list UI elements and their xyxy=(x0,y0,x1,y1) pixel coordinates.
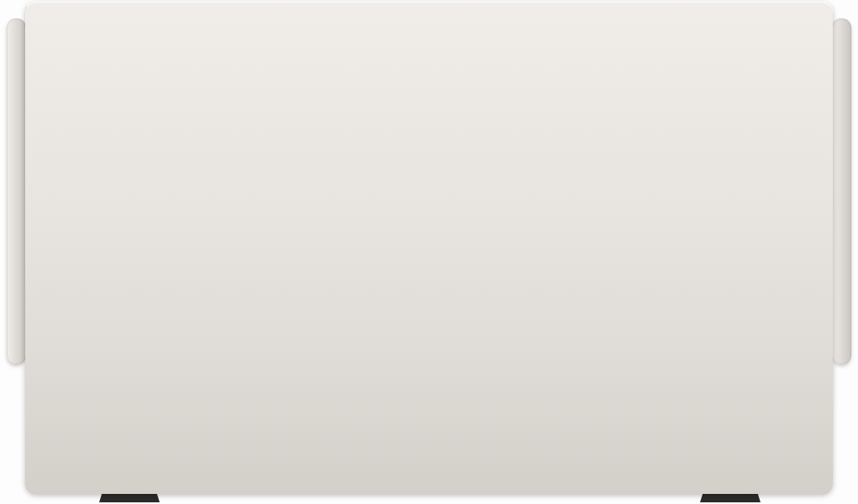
rack-handle-right xyxy=(832,18,851,365)
rack-handle-left xyxy=(7,18,26,365)
chassis xyxy=(25,2,833,494)
instrument-front-panel: KEYSIGHT ENA Network Analyzer E5080A 9kH… xyxy=(0,0,858,504)
